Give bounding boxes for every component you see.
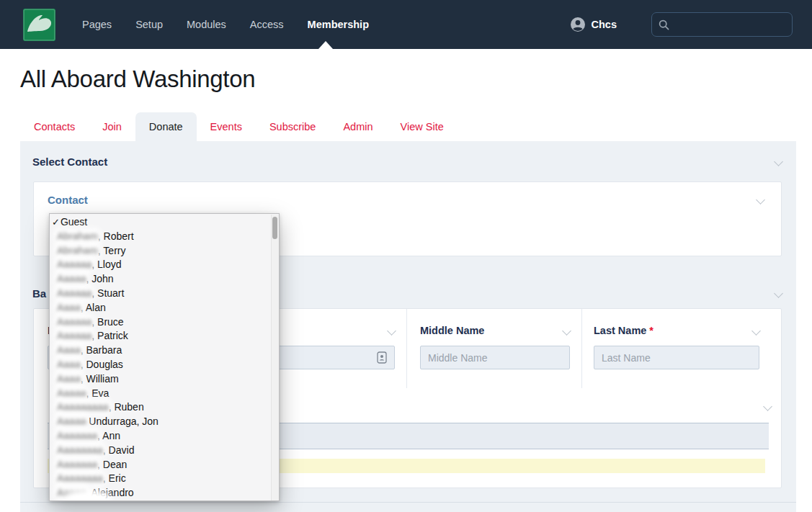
option-label: , Barbara bbox=[81, 344, 122, 356]
contact-option[interactable]: Aaaaaa, Bruce bbox=[50, 315, 279, 330]
navbar-search-box[interactable] bbox=[651, 12, 793, 37]
redacted-surname: Aaaaaaa bbox=[57, 459, 97, 470]
tab-donate[interactable]: Donate bbox=[135, 112, 197, 141]
last-name-input[interactable] bbox=[602, 352, 751, 364]
chevron-down-icon[interactable] bbox=[774, 157, 783, 166]
contact-option[interactable]: Aaaaaaa, Ann bbox=[50, 429, 279, 444]
dropdown-scrollbar-track[interactable] bbox=[271, 215, 279, 500]
contact-option[interactable]: Aaaaaa, Stuart bbox=[50, 287, 279, 301]
tab-contacts[interactable]: Contacts bbox=[20, 112, 89, 141]
option-label: , Lloyd bbox=[92, 259, 121, 270]
option-label: Undurraga, Jon bbox=[86, 416, 158, 427]
nav-item-pages[interactable]: Pages bbox=[82, 19, 112, 30]
redacted-surname: Aaaaaa bbox=[57, 259, 92, 270]
redacted-surname: Aaaa bbox=[57, 302, 81, 313]
tab-subscribe[interactable]: Subscribe bbox=[256, 112, 329, 141]
contact-option[interactable]: Aaaaaaaa, David bbox=[50, 444, 279, 458]
chevron-down-icon[interactable] bbox=[756, 195, 765, 205]
option-label: , Ann bbox=[97, 430, 120, 441]
chevron-down-icon[interactable] bbox=[562, 326, 571, 336]
option-label: , Terry bbox=[98, 245, 126, 256]
chevron-down-icon[interactable] bbox=[751, 326, 761, 336]
active-section-pointer bbox=[318, 41, 333, 49]
select-contact-section-header[interactable]: Select Contact bbox=[32, 156, 782, 168]
contact-field-label: Contact bbox=[48, 194, 88, 206]
redacted-surname: Aaaa bbox=[57, 374, 81, 385]
redacted-surname: Aaaaa bbox=[57, 416, 86, 427]
contact-option[interactable]: Aaaaa, Eva bbox=[50, 387, 279, 401]
redacted-surname: Aaaa bbox=[57, 359, 81, 370]
contact-option[interactable]: Aaaa, Alan bbox=[50, 301, 279, 315]
last-name-group: Last Name* bbox=[594, 309, 759, 369]
contact-option[interactable]: Aaaaa Undurraga, Jon bbox=[50, 415, 279, 429]
redacted-surname: Aaaaa bbox=[57, 388, 86, 399]
user-avatar-icon bbox=[570, 17, 586, 32]
last-name-label: Last Name* bbox=[594, 325, 653, 336]
nav-item-modules[interactable]: Modules bbox=[187, 19, 226, 30]
redacted-surname: Aaaaaaa bbox=[57, 431, 97, 441]
search-input[interactable] bbox=[674, 19, 785, 30]
redacted-surname: Aaaaaa bbox=[57, 331, 92, 341]
column-divider bbox=[581, 309, 582, 388]
contact-option[interactable]: Aaaaaaaa, Eric bbox=[50, 472, 279, 486]
chevron-down-icon[interactable] bbox=[774, 289, 783, 298]
redacted-surname: Aaaaaa bbox=[57, 317, 92, 328]
option-label: , Robert bbox=[98, 230, 134, 242]
nav-item-access[interactable]: Access bbox=[250, 19, 284, 30]
contact-option[interactable]: Aaaaa, John bbox=[50, 272, 279, 287]
tab-view-site[interactable]: View Site bbox=[387, 112, 458, 141]
option-label: , Patrick bbox=[92, 330, 128, 341]
tab-events[interactable]: Events bbox=[197, 112, 256, 141]
redacted-surname: Aaaaaa bbox=[57, 288, 92, 299]
select-contact-title: Select Contact bbox=[32, 156, 107, 168]
redacted-surname: Aaaaaaaa bbox=[57, 445, 103, 456]
option-label: Guest bbox=[61, 216, 87, 228]
contact-option[interactable]: Aaaaaaa, Dean bbox=[50, 458, 279, 472]
contact-option[interactable]: ✓Guest bbox=[50, 215, 279, 230]
top-navbar: Pages Setup Modules Access Membership Ch… bbox=[0, 0, 812, 49]
user-menu[interactable]: Chcs bbox=[570, 17, 617, 32]
contact-option[interactable]: Aaaa, William bbox=[50, 372, 279, 387]
redacted-surname: Aaaaaaaa bbox=[57, 473, 103, 484]
app-root: { "nav": { "items": [ { "label": "Pages"… bbox=[0, 0, 812, 512]
chevron-down-icon[interactable] bbox=[763, 402, 772, 411]
option-label: , Stuart bbox=[92, 287, 124, 299]
user-name: Chcs bbox=[592, 19, 617, 30]
nav-right: Chcs bbox=[570, 12, 793, 37]
contact-option[interactable]: Abraham, Terry bbox=[50, 244, 279, 259]
redacted-surname: Aaaa bbox=[57, 345, 81, 356]
brand-logo[interactable] bbox=[23, 9, 55, 41]
checkmark-icon: ✓ bbox=[52, 217, 60, 228]
contact-option[interactable]: Aaaaaa, Patrick bbox=[50, 329, 279, 343]
second-section-title: Ba bbox=[32, 287, 46, 300]
option-label: , Eva bbox=[86, 387, 109, 399]
option-label: , Eric bbox=[103, 472, 126, 484]
contact-option[interactable]: Aaaa, Douglas bbox=[50, 358, 279, 372]
option-label: , Dean bbox=[97, 459, 127, 470]
chevron-down-icon[interactable] bbox=[387, 326, 396, 336]
option-label: , Ruben bbox=[109, 401, 144, 413]
panel-divider bbox=[20, 502, 796, 503]
autofill-contact-icon[interactable] bbox=[377, 351, 387, 364]
middle-name-label: Middle Name bbox=[420, 325, 484, 336]
option-label: , David bbox=[103, 444, 135, 456]
contact-option[interactable]: Aaaaaa, Lloyd bbox=[50, 258, 279, 272]
redacted-surname: Aaaaaaaaa bbox=[57, 402, 109, 413]
nav-item-setup[interactable]: Setup bbox=[135, 19, 163, 30]
tab-admin[interactable]: Admin bbox=[329, 112, 386, 141]
redacted-surname: Abraham bbox=[57, 231, 98, 242]
option-label: , Alan bbox=[81, 302, 106, 313]
option-label: , Douglas bbox=[81, 359, 123, 370]
redacted-surname: Abraham bbox=[57, 246, 98, 256]
dropdown-scrollbar-thumb[interactable] bbox=[272, 217, 277, 239]
search-icon bbox=[659, 19, 669, 30]
middle-name-input[interactable] bbox=[428, 352, 562, 364]
column-divider bbox=[406, 309, 407, 388]
tab-join[interactable]: Join bbox=[89, 112, 135, 141]
tab-bar: Contacts Join Donate Events Subscribe Ad… bbox=[20, 112, 458, 141]
contact-option[interactable]: Aaaaaaaaa, Ruben bbox=[50, 400, 279, 415]
contact-option[interactable]: Abraham, Robert bbox=[50, 230, 279, 244]
contact-option[interactable]: Aaaa, Barbara bbox=[50, 343, 279, 358]
nav-item-membership[interactable]: Membership bbox=[308, 19, 369, 30]
option-label: , William bbox=[81, 373, 119, 385]
